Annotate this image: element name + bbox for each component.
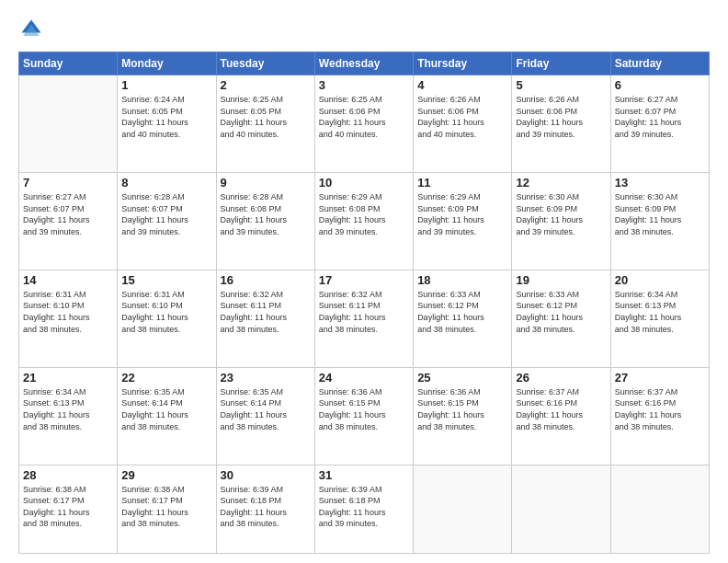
- day-number: 17: [319, 273, 409, 287]
- calendar-cell: 22Sunrise: 6:35 AMSunset: 6:14 PMDayligh…: [118, 367, 216, 465]
- calendar-cell: 12Sunrise: 6:30 AMSunset: 6:09 PMDayligh…: [512, 172, 610, 270]
- calendar-cell: 16Sunrise: 6:32 AMSunset: 6:11 PMDayligh…: [216, 270, 314, 367]
- weekday-header-monday: Monday: [118, 52, 216, 75]
- day-number: 18: [417, 273, 507, 287]
- day-info: Sunrise: 6:30 AMSunset: 6:09 PMDaylight:…: [516, 191, 606, 237]
- day-info: Sunrise: 6:29 AMSunset: 6:08 PMDaylight:…: [319, 191, 409, 237]
- weekday-header-friday: Friday: [512, 52, 610, 75]
- calendar-cell: 23Sunrise: 6:35 AMSunset: 6:14 PMDayligh…: [216, 367, 314, 465]
- day-info: Sunrise: 6:34 AMSunset: 6:13 PMDaylight:…: [23, 386, 113, 432]
- calendar-cell: 25Sunrise: 6:36 AMSunset: 6:15 PMDayligh…: [414, 367, 512, 465]
- day-info: Sunrise: 6:28 AMSunset: 6:08 PMDaylight:…: [221, 191, 311, 237]
- calendar-cell: 5Sunrise: 6:26 AMSunset: 6:06 PMDaylight…: [512, 75, 610, 173]
- day-number: 22: [121, 371, 211, 385]
- day-number: 21: [23, 371, 113, 385]
- calendar-cell: 10Sunrise: 6:29 AMSunset: 6:08 PMDayligh…: [314, 172, 413, 270]
- day-info: Sunrise: 6:37 AMSunset: 6:16 PMDaylight:…: [615, 386, 705, 432]
- day-number: 14: [23, 273, 113, 287]
- day-info: Sunrise: 6:32 AMSunset: 6:11 PMDaylight:…: [221, 289, 311, 335]
- day-number: 16: [221, 273, 311, 287]
- weekday-header-row: SundayMondayTuesdayWednesdayThursdayFrid…: [19, 52, 710, 75]
- day-number: 23: [221, 371, 311, 385]
- calendar-cell: 3Sunrise: 6:25 AMSunset: 6:06 PMDaylight…: [314, 75, 413, 173]
- calendar-cell: [414, 465, 512, 553]
- calendar-cell: 14Sunrise: 6:31 AMSunset: 6:10 PMDayligh…: [19, 270, 118, 367]
- calendar-cell: 6Sunrise: 6:27 AMSunset: 6:07 PMDaylight…: [610, 75, 709, 173]
- day-number: 26: [516, 371, 606, 385]
- day-number: 7: [23, 176, 113, 190]
- day-info: Sunrise: 6:29 AMSunset: 6:09 PMDaylight:…: [417, 191, 507, 237]
- day-info: Sunrise: 6:38 AMSunset: 6:17 PMDaylight:…: [121, 484, 211, 530]
- calendar-week-row: 1Sunrise: 6:24 AMSunset: 6:05 PMDaylight…: [19, 75, 710, 173]
- calendar-week-row: 14Sunrise: 6:31 AMSunset: 6:10 PMDayligh…: [19, 270, 710, 367]
- day-info: Sunrise: 6:34 AMSunset: 6:13 PMDaylight:…: [615, 289, 705, 335]
- calendar-week-row: 28Sunrise: 6:38 AMSunset: 6:17 PMDayligh…: [19, 465, 710, 553]
- calendar-cell: 11Sunrise: 6:29 AMSunset: 6:09 PMDayligh…: [414, 172, 512, 270]
- day-number: 20: [615, 273, 705, 287]
- day-number: 5: [516, 78, 606, 92]
- calendar-cell: [512, 465, 610, 553]
- calendar-cell: 20Sunrise: 6:34 AMSunset: 6:13 PMDayligh…: [610, 270, 709, 367]
- day-number: 12: [516, 176, 606, 190]
- day-info: Sunrise: 6:28 AMSunset: 6:07 PMDaylight:…: [121, 191, 211, 237]
- calendar-cell: 2Sunrise: 6:25 AMSunset: 6:05 PMDaylight…: [216, 75, 314, 173]
- day-number: 15: [121, 273, 211, 287]
- calendar-cell: 27Sunrise: 6:37 AMSunset: 6:16 PMDayligh…: [610, 367, 709, 465]
- weekday-header-wednesday: Wednesday: [314, 52, 413, 75]
- day-info: Sunrise: 6:36 AMSunset: 6:15 PMDaylight:…: [319, 386, 409, 432]
- day-info: Sunrise: 6:26 AMSunset: 6:06 PMDaylight:…: [516, 94, 606, 140]
- day-number: 6: [615, 78, 705, 92]
- day-number: 8: [121, 176, 211, 190]
- calendar-cell: 31Sunrise: 6:39 AMSunset: 6:18 PMDayligh…: [314, 465, 413, 553]
- day-number: 4: [417, 78, 507, 92]
- day-info: Sunrise: 6:39 AMSunset: 6:18 PMDaylight:…: [221, 484, 311, 530]
- day-info: Sunrise: 6:33 AMSunset: 6:12 PMDaylight:…: [516, 289, 606, 335]
- calendar-cell: 17Sunrise: 6:32 AMSunset: 6:11 PMDayligh…: [314, 270, 413, 367]
- day-info: Sunrise: 6:39 AMSunset: 6:18 PMDaylight:…: [319, 484, 409, 530]
- day-info: Sunrise: 6:31 AMSunset: 6:10 PMDaylight:…: [23, 289, 113, 335]
- calendar-cell: 29Sunrise: 6:38 AMSunset: 6:17 PMDayligh…: [118, 465, 216, 553]
- calendar-cell: 26Sunrise: 6:37 AMSunset: 6:16 PMDayligh…: [512, 367, 610, 465]
- day-info: Sunrise: 6:33 AMSunset: 6:12 PMDaylight:…: [417, 289, 507, 335]
- day-number: 29: [121, 468, 211, 482]
- day-number: 1: [121, 78, 211, 92]
- calendar-cell: 1Sunrise: 6:24 AMSunset: 6:05 PMDaylight…: [118, 75, 216, 173]
- day-info: Sunrise: 6:37 AMSunset: 6:16 PMDaylight:…: [516, 386, 606, 432]
- logo-icon: [18, 17, 44, 42]
- calendar-cell: 19Sunrise: 6:33 AMSunset: 6:12 PMDayligh…: [512, 270, 610, 367]
- calendar-cell: 4Sunrise: 6:26 AMSunset: 6:06 PMDaylight…: [414, 75, 512, 173]
- day-info: Sunrise: 6:25 AMSunset: 6:05 PMDaylight:…: [221, 94, 311, 140]
- day-info: Sunrise: 6:36 AMSunset: 6:15 PMDaylight:…: [417, 386, 507, 432]
- day-info: Sunrise: 6:26 AMSunset: 6:06 PMDaylight:…: [417, 94, 507, 140]
- day-info: Sunrise: 6:32 AMSunset: 6:11 PMDaylight:…: [319, 289, 409, 335]
- day-info: Sunrise: 6:30 AMSunset: 6:09 PMDaylight:…: [615, 191, 705, 237]
- calendar-cell: 18Sunrise: 6:33 AMSunset: 6:12 PMDayligh…: [414, 270, 512, 367]
- day-info: Sunrise: 6:27 AMSunset: 6:07 PMDaylight:…: [615, 94, 705, 140]
- day-number: 3: [319, 78, 409, 92]
- weekday-header-tuesday: Tuesday: [216, 52, 314, 75]
- calendar-cell: 28Sunrise: 6:38 AMSunset: 6:17 PMDayligh…: [19, 465, 118, 553]
- day-number: 2: [221, 78, 311, 92]
- page: SundayMondayTuesdayWednesdayThursdayFrid…: [0, 0, 728, 563]
- calendar-table: SundayMondayTuesdayWednesdayThursdayFrid…: [18, 52, 710, 554]
- calendar-cell: 24Sunrise: 6:36 AMSunset: 6:15 PMDayligh…: [314, 367, 413, 465]
- day-number: 28: [23, 468, 113, 482]
- day-number: 10: [319, 176, 409, 190]
- calendar-week-row: 7Sunrise: 6:27 AMSunset: 6:07 PMDaylight…: [19, 172, 710, 270]
- calendar-cell: [19, 75, 118, 173]
- day-info: Sunrise: 6:31 AMSunset: 6:10 PMDaylight:…: [121, 289, 211, 335]
- day-number: 11: [417, 176, 507, 190]
- weekday-header-sunday: Sunday: [19, 52, 118, 75]
- day-info: Sunrise: 6:25 AMSunset: 6:06 PMDaylight:…: [319, 94, 409, 140]
- weekday-header-thursday: Thursday: [414, 52, 512, 75]
- calendar-cell: 15Sunrise: 6:31 AMSunset: 6:10 PMDayligh…: [118, 270, 216, 367]
- calendar-cell: 9Sunrise: 6:28 AMSunset: 6:08 PMDaylight…: [216, 172, 314, 270]
- header: [18, 17, 710, 42]
- day-number: 30: [221, 468, 311, 482]
- calendar-cell: 7Sunrise: 6:27 AMSunset: 6:07 PMDaylight…: [19, 172, 118, 270]
- day-number: 25: [417, 371, 507, 385]
- calendar-cell: 21Sunrise: 6:34 AMSunset: 6:13 PMDayligh…: [19, 367, 118, 465]
- calendar-cell: 8Sunrise: 6:28 AMSunset: 6:07 PMDaylight…: [118, 172, 216, 270]
- day-number: 31: [319, 468, 409, 482]
- day-number: 27: [615, 371, 705, 385]
